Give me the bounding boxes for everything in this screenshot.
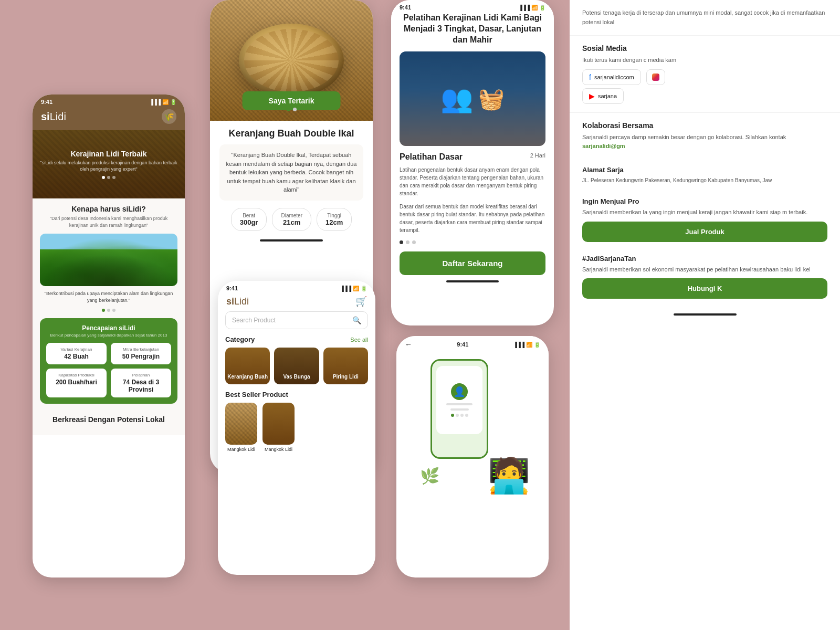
illus-phone-screen: 👤	[436, 366, 482, 434]
phone4-body: Pelatihan Kerajinan Lidi Kami Bagi Menja…	[391, 13, 554, 291]
social-media-title: Sosial Media	[582, 44, 827, 52]
stat-pelatihan-value: 74 Desa di 3 Provinsi	[114, 379, 168, 393]
see-all-button[interactable]: See all	[350, 337, 368, 343]
stat-mitra: Mitra Berkelanjutan 50 Pengrajin	[111, 343, 171, 364]
sell-title: Ingin Menjual Pro	[582, 197, 827, 205]
product-thumb-1-img	[225, 403, 257, 445]
youtube-handle: sarjana	[598, 93, 617, 99]
phone1-status-bar: 9:41 ▐▐▐ 📶 🔋	[33, 94, 185, 107]
phone4-mockup: 9:41 ▐▐▐ 📶 🔋 Pelatihan Kerajinan Lidi Ka…	[391, 0, 554, 326]
product-thumb-2-img	[262, 403, 295, 445]
bestseller-title: Best Seller Product	[218, 391, 375, 398]
phone5-time: 9:41	[457, 341, 468, 348]
phone4-time: 9:41	[400, 4, 411, 10]
hashtag-text: Sarjanaldi memberikan sol ekonomi masyar…	[582, 265, 827, 275]
why-silidi-subtitle: "Dari potensi desa Indonesia kami mengha…	[40, 215, 177, 228]
address-text: JL. Peleseran Kedungwrin Pakeseran, Kedu…	[582, 176, 827, 185]
product-thumb-2[interactable]: Mangkok Lidi	[262, 403, 295, 452]
training-desc-1: Latihan pengenalan bentuk dasar anyam en…	[400, 166, 545, 197]
category-keranjang[interactable]: Keranjang Buah	[225, 348, 270, 384]
cat-piring-label: Piring Lidi	[333, 374, 359, 380]
phone2-home-indicator	[260, 239, 323, 242]
search-placeholder-text: Search Product	[232, 317, 348, 324]
phone4-home-indicator	[446, 280, 499, 282]
q-dot-1	[102, 309, 105, 312]
sell-text: Sarjanaldi memberikan la yang ingin menj…	[582, 208, 827, 217]
why-silidi-title: Kenapa harus siLidi?	[40, 205, 177, 213]
stat-pelatihan: Pelatihan 74 Desa di 3 Provinsi	[111, 369, 171, 397]
phone3-time: 9:41	[226, 285, 238, 291]
youtube-link[interactable]: ▶ sarjana	[582, 88, 624, 104]
hero-dot-2	[107, 176, 110, 179]
t-dot-3	[412, 240, 416, 244]
spec-berat-value: 300gr	[240, 218, 258, 226]
hero-dot-1	[102, 176, 105, 179]
training-name: Pelatihan Dasar	[400, 152, 463, 162]
youtube-icon: ▶	[589, 92, 595, 100]
product-image-dots	[210, 103, 373, 116]
phone1-logo: siLidi	[41, 111, 66, 123]
contact-button[interactable]: Hubungi K	[582, 278, 827, 299]
training-main-title: Pelatihan Kerajinan Lidi Kami Bagi Menja…	[400, 13, 545, 45]
product-specs: Berat 300gr Diameter 21cm Tinggi 12cm	[219, 208, 363, 231]
search-bar[interactable]: Search Product 🔍	[225, 311, 368, 329]
phone5-status-bar: ← 9:41 ▐▐▐ 📶 🔋	[396, 336, 549, 351]
category-items: Keranjang Buah Vas Bunga Piring Lidi	[225, 348, 368, 384]
phone5-illustration: 👤 🧑‍💻 🌿	[415, 359, 530, 496]
facebook-link[interactable]: f sarjanalidiccom	[582, 69, 641, 85]
website-home-indicator	[674, 313, 737, 316]
spec-diameter-label: Diameter	[281, 213, 302, 218]
environment-quote: "Berkontribusi pada upaya menciptakan al…	[40, 290, 177, 303]
phone5-back-btn[interactable]: ←	[405, 340, 412, 349]
address-section: Alamat Sarja JL. Peleseran Kedungwrin Pa…	[570, 160, 840, 191]
phone4-status-bar: 9:41 ▐▐▐ 📶 🔋	[391, 0, 554, 13]
stat-mitra-label: Mitra Berkelanjutan	[114, 347, 168, 352]
category-piring[interactable]: Piring Lidi	[323, 348, 368, 384]
category-section: Category See all Keranjang Buah Vas Bung…	[218, 335, 375, 384]
phone5-status-icons: ▐▐▐ 📶 🔋	[513, 342, 540, 348]
training-people-icon: 👥	[440, 83, 473, 114]
category-vas[interactable]: Vas Bunga	[274, 348, 319, 384]
social-media-desc: Ikuti terus kami dengan c media kam	[582, 56, 827, 65]
sell-button[interactable]: Jual Produk	[582, 222, 827, 242]
illus-phone-outer: 👤	[430, 359, 488, 459]
product-grid: Mangkok Lidi Mangkok Lidi	[218, 403, 375, 452]
stat-kapasitas-label: Kapasitas Produksi	[49, 373, 103, 377]
phone1-hero-title: Kerajinan Lidi Terbaik	[70, 150, 146, 158]
phone3-status-bar: 9:41 ▐▐▐ 📶 🔋	[218, 281, 375, 293]
instagram-link[interactable]	[646, 69, 665, 85]
product-thumb-2-label: Mangkok Lidi	[262, 447, 295, 452]
instagram-icon	[652, 74, 659, 81]
spec-tinggi: Tinggi 12cm	[317, 208, 352, 231]
register-button[interactable]: Daftar Sekarang	[400, 251, 545, 275]
stat-variasi-value: 42 Buah	[49, 353, 103, 360]
phone1-leaf-icon: 🌾	[162, 109, 176, 124]
product-thumb-1[interactable]: Mangkok Lidi	[225, 403, 257, 452]
q-dot-3	[112, 309, 116, 312]
facebook-icon: f	[589, 73, 591, 81]
phone1-hero-overlay: Kerajinan Lidi Terbaik "siLidi selalu me…	[33, 130, 185, 198]
phone4-status-icons: ▐▐▐ 📶 🔋	[519, 5, 545, 10]
cat-vas-label: Vas Bunga	[283, 374, 310, 380]
t-dot-2	[406, 240, 410, 244]
spec-tinggi-label: Tinggi	[326, 213, 343, 218]
q-dot-2	[107, 309, 110, 312]
collab-title: Kolaborasi Bersama	[582, 121, 827, 130]
address-title: Alamat Sarja	[582, 166, 827, 174]
phone1-hero-subtitle: "siLidi selalu melakukan produksi keraji…	[39, 160, 178, 172]
achievements-subtitle: Berikut pencapaian yang sarjanaldi dapat…	[46, 333, 171, 338]
illus-line-1	[446, 403, 472, 405]
product-hero-image: Saya Tertarik	[210, 0, 373, 121]
spec-tinggi-value: 12cm	[326, 218, 343, 226]
cart-icon[interactable]: 🛒	[355, 296, 367, 307]
sell-section: Ingin Menjual Pro Sarjanaldi memberikan …	[570, 191, 840, 248]
phone1-hero-dots	[102, 176, 116, 179]
category-title: Category	[225, 335, 255, 343]
cat-keranjang-label: Keranjang Buah	[227, 374, 268, 380]
stat-kapasitas: Kapasitas Produksi 200 Buah/hari	[46, 369, 107, 397]
illus-dots	[451, 414, 468, 417]
stat-mitra-value: 50 Pengrajin	[114, 353, 168, 360]
forest-image	[40, 234, 177, 286]
social-links-row-2: ▶ sarjana	[582, 88, 827, 104]
training-desc-2: Dasar dari semua bentuk dan model kreati…	[400, 203, 545, 234]
